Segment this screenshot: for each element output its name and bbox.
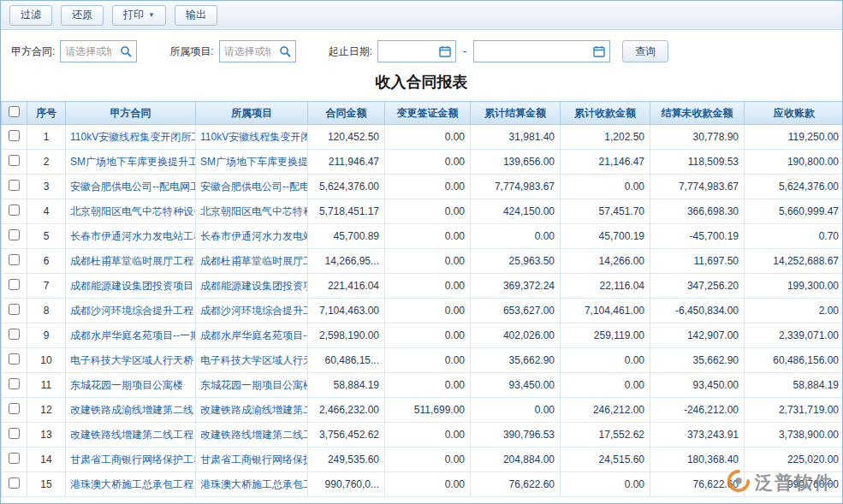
table-row: 14 甘肃省工商银行网络保护工程 甘肃省工商银行网络保护工程 249,535.6… xyxy=(2,448,843,472)
accounts-receivable-cell: 58,884.19 xyxy=(745,373,843,398)
party-contract-link[interactable]: 110kV安徽线程集变开闭所工程 xyxy=(66,130,195,145)
party-contract-link[interactable]: 港珠澳大桥施工总承包工程 xyxy=(66,477,195,492)
party-contract-input[interactable] xyxy=(61,41,116,62)
party-contract-link[interactable]: 成都水岸华庭名苑项目--一期 xyxy=(66,329,195,343)
search-icon[interactable] xyxy=(275,41,295,62)
calendar-icon[interactable] xyxy=(589,41,609,62)
project-link[interactable]: 110kV安徽线程集变开闭所工程 xyxy=(196,130,307,145)
party-contract-link[interactable]: SM广场地下车库更换提升工程 xyxy=(66,155,195,169)
column-header-0[interactable]: 序号 xyxy=(27,102,66,125)
contract-amount-cell: 5,624,376.00 xyxy=(308,175,385,199)
project-link[interactable]: 安徽合肥供电公司--配电网工程 xyxy=(196,180,307,194)
change-visa-amount-cell: 511,699.00 xyxy=(385,398,471,423)
project-link[interactable]: 港珠澳大桥施工总承包工程 xyxy=(196,477,307,492)
party-contract-link[interactable]: 电子科技大学区域人行天桥 xyxy=(66,353,195,368)
row-checkbox[interactable] xyxy=(9,279,20,290)
project-link[interactable]: 长春市伊通河水力发电站工程 xyxy=(196,229,307,244)
project-cell: 甘肃省工商银行网络保护工程 xyxy=(196,448,308,472)
project-link[interactable]: 改建铁路线增建第二线工程 xyxy=(196,428,307,442)
contract-amount-cell: 120,452.50 xyxy=(308,125,385,150)
cumulative-settlement-cell: 76,622.60 xyxy=(471,472,561,497)
party-contract-link[interactable]: 东城花园一期项目公寓楼 xyxy=(66,378,195,393)
select-all-checkbox[interactable] xyxy=(9,106,20,117)
contract-amount-cell: 2,466,232.00 xyxy=(308,398,385,423)
project-link[interactable]: 成都沙河环境综合提升工程 xyxy=(196,304,307,318)
project-link[interactable]: 电子科技大学区域人行天桥 xyxy=(196,353,307,368)
table-row: 5 长春市伊通河水力发电站工程 长春市伊通河水力发电站工程 45,700.89 … xyxy=(2,224,843,249)
column-header-7[interactable]: 结算未收款金额 xyxy=(650,102,745,125)
party-contract-link[interactable]: 成都杜甫草堂临时展厅工程 xyxy=(66,254,195,269)
column-header-3[interactable]: 合同金额 xyxy=(308,102,385,125)
row-checkbox[interactable] xyxy=(9,229,20,240)
project-input[interactable] xyxy=(220,41,275,62)
party-contract-cell: 长春市伊通河水力发电站工程 xyxy=(66,224,196,249)
project-link[interactable]: 成都杜甫草堂临时展厅工程 xyxy=(196,254,307,269)
project-link[interactable]: 成都水岸华庭名苑项目--一期 xyxy=(196,329,307,343)
cumulative-settlement-cell: 31,981.40 xyxy=(471,125,561,150)
party-contract-link[interactable]: 成都沙河环境综合提升工程 xyxy=(66,304,195,318)
row-checkbox[interactable] xyxy=(9,378,20,389)
filter-button[interactable]: 过滤 xyxy=(9,5,52,26)
table-row: 15 港珠澳大桥施工总承包工程 港珠澳大桥施工总承包工程 990,760,0..… xyxy=(2,472,843,497)
row-checkbox[interactable] xyxy=(9,180,20,191)
project-link[interactable]: 甘肃省工商银行网络保护工程 xyxy=(196,453,307,467)
row-checkbox[interactable] xyxy=(9,477,20,489)
print-button[interactable]: 打印 ▼ xyxy=(112,5,166,26)
row-checkbox[interactable] xyxy=(9,353,20,365)
row-seq: 13 xyxy=(27,423,66,448)
column-header-4[interactable]: 变更签证金额 xyxy=(385,102,471,125)
cumulative-received-cell: 45,700.19 xyxy=(561,224,650,249)
party-contract-link[interactable]: 甘肃省工商银行网络保护工程 xyxy=(66,453,195,467)
project-link[interactable]: SM广场地下车库更换提升工程 xyxy=(196,155,307,169)
project-link[interactable]: 东城花园一期项目公寓楼 xyxy=(196,378,307,393)
party-contract-cell: 电子科技大学区域人行天桥 xyxy=(66,348,196,373)
cumulative-received-cell: 259,119.00 xyxy=(561,323,650,348)
row-checkbox-cell xyxy=(2,150,27,175)
party-contract-link[interactable]: 北京朝阳区电气中芯特种设备 xyxy=(66,205,195,219)
table-header-row: 序号甲方合同所属项目合同金额变更签证金额累计结算金额累计收款金额结算未收款金额应… xyxy=(2,102,843,125)
row-checkbox[interactable] xyxy=(9,130,20,141)
party-contract-link[interactable]: 安徽合肥供电公司--配电网工程 xyxy=(66,180,195,194)
settled-unreceived-cell: 93,450.00 xyxy=(650,373,745,398)
column-header-6[interactable]: 累计收款金额 xyxy=(561,102,650,125)
party-contract-link[interactable]: 改建铁路成渝线增建第二线 xyxy=(66,403,195,418)
project-link[interactable]: 改建铁路成渝线增建第二线 xyxy=(196,403,307,418)
query-button[interactable]: 查询 xyxy=(622,40,668,62)
row-checkbox[interactable] xyxy=(9,205,20,216)
settled-unreceived-cell: -45,700.19 xyxy=(650,224,745,249)
date-start-input[interactable] xyxy=(378,41,435,62)
change-visa-amount-cell: 0.00 xyxy=(385,175,471,199)
accounts-receivable-cell: 60,486,156.00 xyxy=(745,348,843,373)
date-end-input[interactable] xyxy=(474,41,589,62)
column-header-1[interactable]: 甲方合同 xyxy=(66,102,196,125)
row-checkbox-cell xyxy=(2,175,27,199)
cumulative-received-cell: 0.00 xyxy=(561,348,650,373)
calendar-icon[interactable] xyxy=(435,41,455,62)
cumulative-settlement-cell: 93,450.00 xyxy=(471,373,561,398)
party-contract-link[interactable]: 成都能源建设集团投资项目 xyxy=(66,279,195,294)
accounts-receivable-cell: 0.70 xyxy=(745,224,843,249)
restore-button-label: 还原 xyxy=(72,8,92,22)
cumulative-settlement-cell: 653,627.00 xyxy=(471,299,561,323)
restore-button[interactable]: 还原 xyxy=(61,5,104,26)
project-link[interactable]: 成都能源建设集团投资项目 xyxy=(196,279,307,294)
row-checkbox[interactable] xyxy=(9,304,20,315)
search-icon[interactable] xyxy=(116,41,136,62)
export-button[interactable]: 输出 xyxy=(175,5,217,26)
row-checkbox[interactable] xyxy=(9,428,20,439)
row-checkbox[interactable] xyxy=(9,254,20,265)
accounts-receivable-cell: 119,250.00 xyxy=(745,125,843,150)
accounts-receivable-cell: 190,800.00 xyxy=(745,150,843,175)
party-contract-link[interactable]: 改建铁路线增建第二线工程 xyxy=(66,428,195,442)
row-checkbox[interactable] xyxy=(9,155,20,166)
project-cell: 港珠澳大桥施工总承包工程 xyxy=(196,472,308,497)
project-link[interactable]: 北京朝阳区电气中芯特种设备 xyxy=(196,205,307,219)
column-header-2[interactable]: 所属项目 xyxy=(196,102,308,125)
column-header-5[interactable]: 累计结算金额 xyxy=(471,102,561,125)
column-header-8[interactable]: 应收账款 xyxy=(745,102,843,125)
cumulative-settlement-cell: 0.00 xyxy=(471,398,561,423)
row-checkbox[interactable] xyxy=(9,403,20,414)
row-checkbox[interactable] xyxy=(9,453,20,464)
party-contract-link[interactable]: 长春市伊通河水力发电站工程 xyxy=(66,229,195,244)
row-checkbox[interactable] xyxy=(9,329,20,340)
